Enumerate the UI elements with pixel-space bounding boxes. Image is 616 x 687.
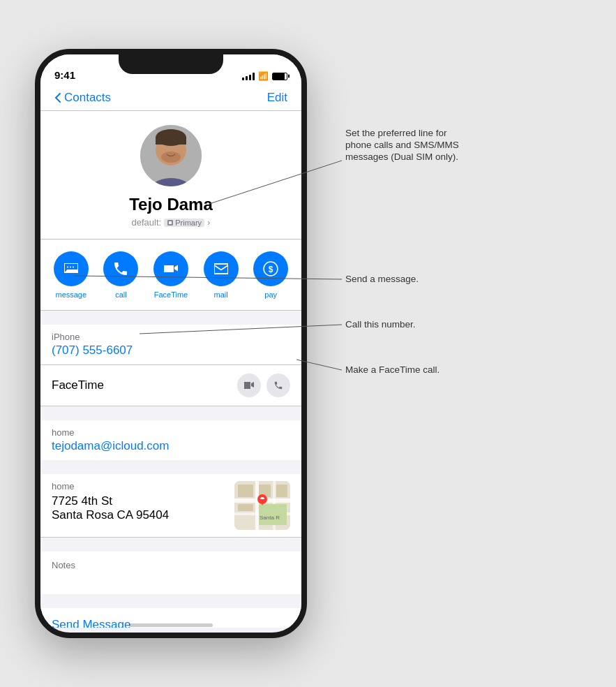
back-button[interactable]: Contacts [54, 91, 111, 105]
address-row[interactable]: home 7725 4th St Santa Rosa CA 95404 [40, 474, 301, 538]
email-value[interactable]: tejodama@icloud.com [52, 439, 290, 453]
edit-button[interactable]: Edit [267, 91, 287, 105]
call-icon-circle [103, 251, 138, 286]
svg-text:Make a FaceTime call.: Make a FaceTime call. [345, 364, 440, 375]
facetime-icon-buttons [237, 374, 290, 397]
notch [119, 54, 223, 74]
screen: 9:41 📶 [40, 54, 301, 633]
facetime-action-label: FaceTime [154, 290, 188, 299]
wifi-icon: 📶 [258, 71, 269, 81]
phone-frame: 9:41 📶 [35, 49, 307, 638]
contact-subtitle: default: Primary › [132, 217, 211, 228]
avatar [140, 125, 202, 186]
pay-icon-circle: $ [253, 251, 288, 286]
facetime-action-button[interactable]: FaceTime [153, 251, 188, 299]
svg-text:phone calls and SMS/MMS: phone calls and SMS/MMS [345, 140, 459, 150]
svg-text:messages (Dual SIM only).: messages (Dual SIM only). [345, 152, 458, 162]
facetime-video-button[interactable] [237, 374, 261, 397]
phone-label: iPhone [52, 332, 290, 342]
address-line1: 7725 4th St [52, 494, 169, 508]
phone-section: iPhone (707) 555-6607 FaceTime [40, 325, 301, 406]
svg-text:Send a message.: Send a message. [345, 274, 419, 284]
svg-rect-7 [169, 221, 172, 224]
sim-badge: Primary [164, 219, 204, 227]
call-action-button[interactable]: call [103, 251, 138, 299]
signal-bars-icon [242, 72, 255, 80]
status-icons: 📶 [242, 71, 287, 81]
mail-icon-circle [204, 251, 239, 286]
email-label: home [52, 427, 290, 438]
action-buttons-row: message call [40, 240, 301, 311]
address-label: home [52, 481, 169, 492]
email-row[interactable]: home tejodama@icloud.com [40, 420, 301, 460]
message-action-button[interactable]: message [54, 251, 89, 299]
facetime-icon-circle [153, 251, 188, 286]
contact-header: Tejo Dama default: Primary › [40, 111, 301, 239]
map-thumbnail[interactable]: Santa R [234, 481, 290, 530]
address-text: home 7725 4th St Santa Rosa CA 95404 [52, 481, 169, 522]
svg-rect-4 [156, 138, 186, 145]
address-section: home 7725 4th St Santa Rosa CA 95404 [40, 474, 301, 538]
nav-bar: Contacts Edit [40, 85, 301, 111]
svg-rect-17 [238, 504, 253, 511]
message-action-label: message [55, 290, 87, 299]
facetime-row: FaceTime [40, 365, 301, 406]
chevron-left-icon [54, 92, 61, 103]
facetime-audio-button[interactable] [266, 374, 290, 397]
pay-action-label: pay [264, 290, 277, 299]
facetime-label: FaceTime [52, 378, 104, 392]
subtitle-prefix: default: [132, 217, 162, 228]
svg-point-5 [161, 152, 181, 163]
pay-action-button[interactable]: $ pay [253, 251, 288, 299]
notes-section: Notes [40, 552, 301, 594]
home-indicator [129, 623, 213, 627]
contact-name: Tejo Dama [129, 195, 213, 214]
svg-rect-13 [255, 481, 259, 530]
battery-icon [272, 73, 287, 80]
svg-text:Set the preferred line for: Set the preferred line for [345, 128, 447, 138]
phone-number[interactable]: (707) 555-6607 [52, 344, 290, 357]
svg-rect-15 [238, 485, 253, 497]
back-label: Contacts [64, 91, 111, 105]
svg-text:Call this number.: Call this number. [345, 319, 416, 330]
subtitle-arrow: › [207, 217, 210, 228]
status-time: 9:41 [54, 69, 75, 81]
svg-text:$: $ [269, 265, 273, 274]
mail-action-button[interactable]: mail [204, 251, 239, 299]
phone-row[interactable]: iPhone (707) 555-6607 [40, 325, 301, 365]
call-action-label: call [115, 290, 127, 299]
email-section: home tejodama@icloud.com [40, 420, 301, 460]
notes-label: Notes [52, 560, 290, 570]
content-scroll[interactable]: Tejo Dama default: Primary › [40, 111, 301, 628]
address-line2: Santa Rosa CA 95404 [52, 508, 169, 522]
message-icon-circle [54, 251, 89, 286]
mail-action-label: mail [213, 290, 227, 299]
svg-rect-18 [276, 485, 287, 497]
svg-text:Santa R: Santa R [260, 515, 280, 521]
